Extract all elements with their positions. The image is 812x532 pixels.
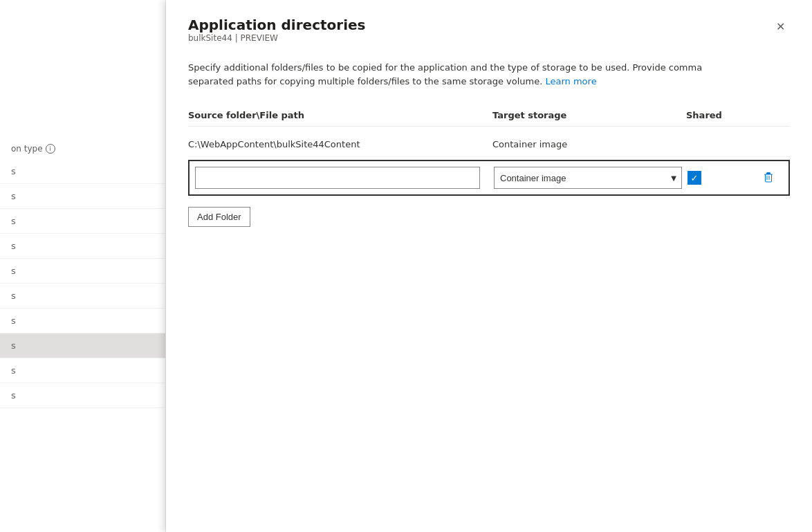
modal-description: Specify additional folders/files to be c… (188, 61, 741, 88)
sidebar-section-label: on type i (0, 138, 165, 159)
modal-title: Application directories (188, 17, 365, 33)
modal-panel: Application directories bulkSite44 | PRE… (166, 0, 812, 532)
modal-header: Application directories bulkSite44 | PRE… (188, 17, 790, 57)
target-storage-dropdown[interactable]: Container image Azure Files Azure Blob (494, 167, 682, 189)
header-actions (755, 110, 790, 120)
modal-title-section: Application directories bulkSite44 | PRE… (188, 17, 365, 57)
sidebar-item-1[interactable]: s (0, 184, 165, 209)
sidebar-item-8[interactable]: s (0, 358, 165, 383)
subtitle-site-name: bulkSite44 (188, 33, 232, 43)
description-text: Specify additional folders/files to be c… (188, 62, 702, 86)
edit-row: Container image Azure Files Azure Blob ▼ (188, 160, 790, 196)
close-button[interactable]: ✕ (771, 17, 790, 36)
add-folder-button[interactable]: Add Folder (188, 207, 250, 227)
sidebar-item-9[interactable]: s (0, 383, 165, 408)
learn-more-link[interactable]: Learn more (545, 76, 596, 86)
row-target-storage: Container image (492, 139, 686, 149)
shared-checkbox[interactable] (688, 171, 701, 185)
close-icon: ✕ (776, 20, 785, 33)
edit-row-source-cell (192, 167, 488, 189)
sidebar-item-6[interactable]: s (0, 309, 165, 333)
header-source: Source folder\File path (188, 110, 492, 120)
trash-icon (763, 172, 774, 183)
row-source-path: C:\WebAppContent\bulkSite44Content (188, 139, 492, 149)
edit-row-actions (751, 169, 786, 186)
header-shared: Shared (686, 110, 755, 120)
subtitle-divider: | (235, 33, 241, 43)
table-header-row: Source folder\File path Target storage S… (188, 104, 790, 127)
delete-row-button[interactable] (760, 169, 777, 186)
directories-table: Source folder\File path Target storage S… (188, 104, 790, 196)
shared-checkbox-cell (682, 171, 751, 185)
sidebar-item-4[interactable]: s (0, 259, 165, 284)
table-row: C:\WebAppContent\bulkSite44Content Conta… (188, 132, 790, 157)
sidebar-panel: on type i s s s s s s s s s s (0, 0, 166, 532)
sidebar-item-7[interactable]: s (0, 333, 165, 358)
sidebar-items-list: on type i s s s s s s s s s s (0, 0, 165, 408)
sidebar-item-5[interactable]: s (0, 284, 165, 309)
source-path-input[interactable] (195, 167, 480, 189)
preview-badge: PREVIEW (241, 33, 278, 43)
sidebar-item-2[interactable]: s (0, 209, 165, 234)
sidebar-item-3[interactable]: s (0, 234, 165, 259)
sidebar-label-text: on type (11, 144, 43, 154)
header-target: Target storage (492, 110, 686, 120)
modal-subtitle: bulkSite44 | PREVIEW (188, 33, 365, 43)
target-storage-dropdown-container: Container image Azure Files Azure Blob ▼ (494, 167, 682, 189)
sidebar-item-0[interactable]: s (0, 159, 165, 184)
info-icon: i (46, 144, 55, 154)
